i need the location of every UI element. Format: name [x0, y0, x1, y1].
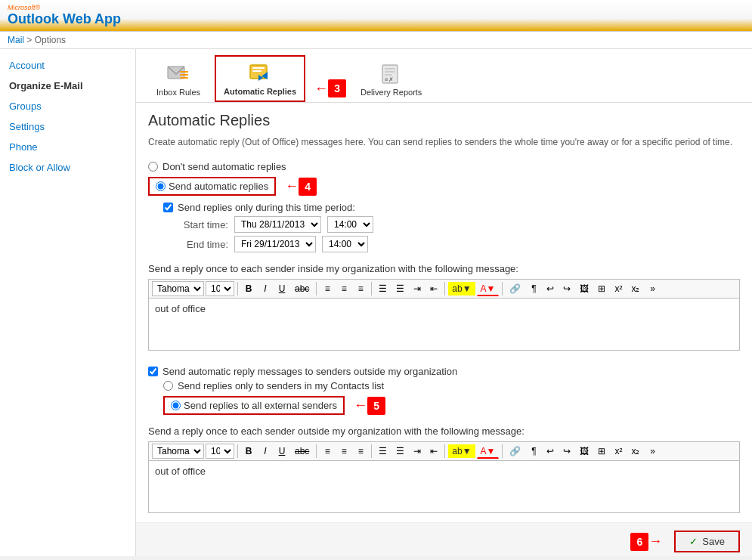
table-button[interactable]: ⊞ — [594, 282, 609, 295]
highlight-button-outside[interactable]: ab▼ — [448, 444, 475, 458]
end-hour-select[interactable]: 14:00 — [322, 236, 368, 252]
radio-send-label[interactable]: Send automatic replies — [169, 181, 268, 192]
end-date-select[interactable]: Fri 29/11/2013 — [234, 236, 316, 252]
svg-rect-10 — [385, 74, 392, 76]
format-button[interactable]: ¶ — [526, 282, 541, 295]
toolbar-delivery-reports[interactable]: ≡✗ Delivery Reports — [352, 57, 430, 102]
toolbar-inbox-rules[interactable]: Inbox Rules — [148, 57, 209, 102]
strikethrough-button[interactable]: abc — [291, 282, 313, 295]
image-button-outside[interactable]: 🖼 — [576, 444, 593, 458]
end-time-row: End time: Fri 29/11/2013 14:00 — [175, 236, 740, 252]
page-description: Create automatic reply (Out of Office) m… — [148, 135, 740, 149]
annotation-4-badge: 4 — [299, 178, 317, 196]
align-center-button-outside[interactable]: ≡ — [336, 444, 351, 458]
font-color-button[interactable]: A▼ — [477, 282, 500, 296]
outside-message-area[interactable]: out of office — [148, 460, 740, 513]
radio-contacts[interactable] — [163, 381, 173, 391]
annotation-4-arrow: ← 4 — [285, 178, 317, 196]
rte-sep-out-4 — [444, 444, 445, 458]
redo-button-outside[interactable]: ↪ — [559, 444, 574, 458]
outside-org-section: Send automatic reply messages to senders… — [148, 366, 740, 513]
more-button-outside[interactable]: » — [645, 444, 660, 458]
highlight-button[interactable]: ab▼ — [448, 282, 475, 295]
save-checkmark-icon: ✓ — [689, 536, 698, 547]
sidebar-item-groups[interactable]: Groups — [0, 96, 135, 116]
sidebar-item-phone[interactable]: Phone — [0, 137, 135, 157]
sidebar-item-block-or-allow[interactable]: Block or Allow — [0, 157, 135, 178]
unordered-list-button-outside[interactable]: ☰ — [375, 444, 391, 458]
checkbox-outside-org[interactable] — [148, 367, 158, 376]
radio-dont-send[interactable] — [148, 162, 158, 172]
align-left-button[interactable]: ≡ — [320, 282, 335, 295]
outdent-button[interactable]: ⇤ — [426, 282, 441, 295]
format-button-outside[interactable]: ¶ — [526, 444, 541, 458]
font-name-select[interactable]: Tahoma — [152, 281, 204, 296]
checkbox-time-period-row: Send replies only during this time perio… — [163, 202, 740, 213]
more-button[interactable]: » — [645, 282, 660, 295]
radio-send-container: Send automatic replies — [148, 177, 276, 196]
italic-button-outside[interactable]: I — [258, 444, 273, 458]
bold-button[interactable]: B — [241, 282, 256, 295]
image-button[interactable]: 🖼 — [576, 282, 593, 295]
font-color-button-outside[interactable]: A▼ — [477, 444, 500, 459]
rte-sep-out-3 — [371, 444, 372, 458]
inside-org-label: Send a reply once to each sender inside … — [148, 263, 740, 274]
align-right-button[interactable]: ≡ — [353, 282, 368, 295]
sidebar-item-account[interactable]: Account — [0, 55, 135, 76]
inside-message-area[interactable]: out of office — [148, 298, 740, 351]
start-date-select[interactable]: Thu 28/11/2013 — [234, 216, 321, 233]
undo-button[interactable]: ↩ — [543, 282, 558, 295]
svg-rect-5 — [252, 67, 265, 69]
subscript-button-outside[interactable]: x₂ — [627, 444, 643, 458]
ms-label: Microsoft® — [8, 4, 121, 11]
link-button[interactable]: 🔗 — [506, 282, 525, 295]
align-center-button[interactable]: ≡ — [336, 282, 351, 295]
radio-contacts-row: Send replies only to senders in my Conta… — [163, 380, 740, 391]
sidebar: Account Organize E-Mail Groups Settings … — [0, 49, 136, 556]
rte-sep-5 — [502, 282, 503, 295]
superscript-button[interactable]: x² — [611, 282, 626, 295]
unordered-list-button[interactable]: ☰ — [375, 282, 391, 295]
table-button-outside[interactable]: ⊞ — [594, 444, 609, 458]
header-bar: Microsoft® Outlook Web App — [0, 0, 752, 32]
outdent-button-outside[interactable]: ⇤ — [426, 444, 441, 458]
checkbox-outside-org-label[interactable]: Send automatic reply messages to senders… — [162, 366, 457, 377]
radio-all-external-label[interactable]: Send replies to all external senders — [184, 400, 337, 411]
ordered-list-button[interactable]: ☰ — [392, 282, 408, 295]
align-right-button-outside[interactable]: ≡ — [353, 444, 368, 458]
radio-dont-send-label[interactable]: Don't send automatic replies — [162, 161, 286, 172]
breadcrumb-mail[interactable]: Mail — [8, 35, 24, 45]
underline-button-outside[interactable]: U — [274, 444, 289, 458]
redo-button[interactable]: ↪ — [559, 282, 574, 295]
bold-button-outside[interactable]: B — [241, 444, 256, 458]
sidebar-item-settings[interactable]: Settings — [0, 116, 135, 137]
save-label: Save — [702, 536, 725, 547]
svg-rect-3 — [180, 77, 188, 79]
align-left-button-outside[interactable]: ≡ — [320, 444, 335, 458]
time-fields: Start time: Thu 28/11/2013 14:00 End tim… — [175, 216, 740, 252]
indent-button-outside[interactable]: ⇥ — [410, 444, 425, 458]
checkbox-time-period[interactable] — [163, 203, 173, 212]
indent-button[interactable]: ⇥ — [410, 282, 425, 295]
link-button-outside[interactable]: 🔗 — [506, 444, 525, 458]
toolbar-automatic-replies[interactable]: Automatic Replies — [215, 55, 305, 102]
start-hour-select[interactable]: 14:00 — [327, 216, 373, 233]
strikethrough-button-outside[interactable]: abc — [291, 444, 313, 458]
radio-send[interactable] — [156, 181, 166, 191]
font-size-select-outside[interactable]: 10 — [206, 444, 234, 459]
ordered-list-button-outside[interactable]: ☰ — [392, 444, 408, 458]
radio-contacts-label[interactable]: Send replies only to senders in my Conta… — [178, 380, 384, 391]
font-name-select-outside[interactable]: Tahoma — [152, 444, 204, 459]
radio-all-external[interactable] — [171, 401, 181, 410]
underline-button[interactable]: U — [274, 282, 289, 295]
superscript-button-outside[interactable]: x² — [611, 444, 626, 458]
font-size-select[interactable]: 10 — [206, 281, 234, 296]
checkbox-time-period-label[interactable]: Send replies only during this time perio… — [178, 202, 355, 213]
subscript-button[interactable]: x₂ — [627, 282, 643, 295]
sidebar-item-organize-email[interactable]: Organize E-Mail — [0, 76, 135, 96]
save-button[interactable]: ✓ Save — [674, 531, 740, 552]
annotation-6-arrow: 6 → — [630, 531, 662, 552]
annotation-3-badge: 3 — [328, 79, 346, 97]
undo-button-outside[interactable]: ↩ — [543, 444, 558, 458]
italic-button[interactable]: I — [258, 282, 273, 295]
